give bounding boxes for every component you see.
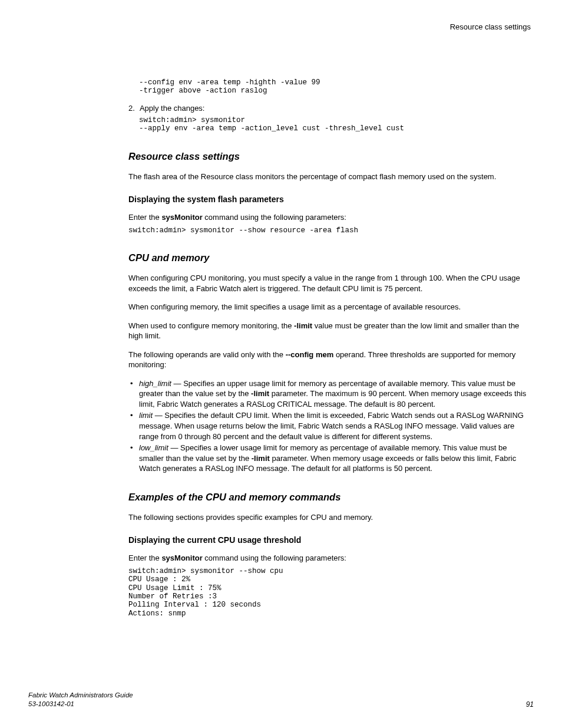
header-section-label: Resource class settings — [28, 22, 534, 31]
flag-limit: -limit — [294, 321, 312, 330]
resource-enter-line: Enter the sysMonitor command using the f… — [128, 212, 529, 223]
heading-examples: Examples of the CPU and memory commands — [128, 492, 529, 503]
text: command using the following parameters: — [203, 213, 346, 222]
step-number: 2. — [128, 104, 138, 113]
cpu-para-4: The following operands are valid only wi… — [128, 350, 529, 370]
footer-doc-number: 53-1003142-01 — [28, 700, 133, 709]
command-name: sysMonitor — [161, 213, 202, 222]
code-config-env: --config env -area temp -highth -value 9… — [139, 78, 529, 95]
flag-limit: -limit — [252, 454, 270, 463]
heading-resource-class: Resource class settings — [128, 151, 529, 162]
list-item: low_limit — Specifies a lower usage limi… — [128, 443, 529, 474]
subheading-cpu-threshold: Displaying the current CPU usage thresho… — [128, 535, 529, 545]
examples-para-1: The following sections provides specific… — [128, 512, 529, 523]
operand-name: limit — [139, 411, 153, 420]
command-name: sysMonitor — [161, 554, 202, 562]
flag-config-mem: --config mem — [286, 350, 334, 359]
heading-cpu-memory: CPU and memory — [128, 252, 529, 263]
subheading-flash-params: Displaying the system flash parameters — [128, 195, 529, 204]
text: Enter the — [128, 554, 161, 562]
resource-para-1: The flash area of the Resource class mon… — [128, 172, 529, 182]
operand-name: high_limit — [139, 379, 171, 388]
main-content: --config env -area temp -highth -value 9… — [128, 78, 529, 618]
text: command using the following parameters: — [203, 554, 346, 562]
text: Enter the — [128, 213, 161, 222]
list-item: high_limit — Specifies an upper usage li… — [128, 378, 529, 410]
code-show-cpu: switch:admin> sysmonitor --show cpu CPU … — [128, 567, 529, 618]
step-2: 2. Apply the changes: — [128, 104, 529, 113]
cpu-para-3: When used to configure memory monitoring… — [128, 321, 529, 341]
operand-list: high_limit — Specifies an upper usage li… — [128, 378, 529, 474]
text: — Specifies the default CPU limit. When … — [139, 411, 524, 440]
text: When used to configure memory monitoring… — [128, 321, 294, 330]
operand-name: low_limit — [139, 443, 168, 452]
footer-page-number: 91 — [526, 700, 534, 709]
code-apply-env: switch:admin> sysmonitor --apply env -ar… — [139, 116, 529, 133]
list-item: limit — Specifies the default CPU limit.… — [128, 410, 529, 442]
examples-enter-line: Enter the sysMonitor command using the f… — [128, 553, 529, 564]
flag-limit: -limit — [251, 389, 269, 398]
cpu-para-2: When configuring memory, the limit speci… — [128, 302, 529, 312]
footer-guide-title: Fabric Watch Administrators Guide — [28, 691, 133, 700]
footer-left: Fabric Watch Administrators Guide 53-100… — [28, 691, 133, 709]
cpu-para-1: When configuring CPU monitoring, you mus… — [128, 273, 529, 294]
code-show-resource: switch:admin> sysmonitor --show resource… — [128, 226, 529, 235]
step-text: Apply the changes: — [140, 104, 205, 113]
page-footer: Fabric Watch Administrators Guide 53-100… — [28, 691, 534, 709]
text: The following operands are valid only wi… — [128, 350, 286, 359]
